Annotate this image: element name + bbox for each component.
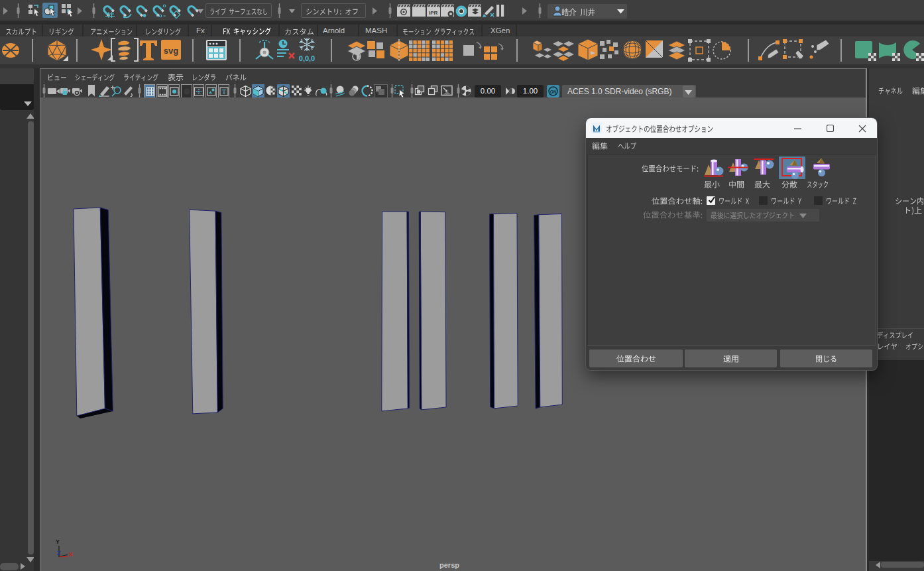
svg-text:Z: Z: [57, 550, 61, 556]
svg-text:IPR: IPR: [429, 10, 438, 16]
svg-text:T: T: [222, 88, 226, 95]
svg-text:Y: Y: [56, 539, 60, 545]
svg-text:svg: svg: [164, 46, 178, 56]
svg-text:X: X: [69, 551, 73, 558]
svg-text:0,0,0: 0,0,0: [299, 54, 315, 62]
svg-text:ON: ON: [550, 90, 557, 94]
